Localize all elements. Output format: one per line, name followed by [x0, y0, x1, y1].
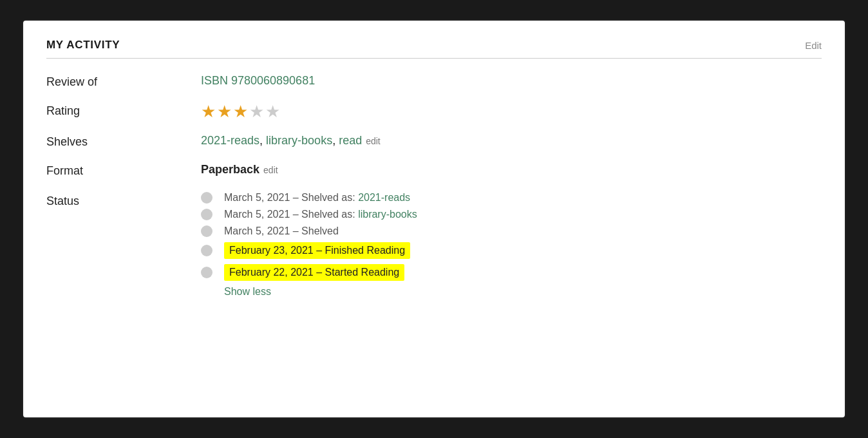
timeline-dot-2 — [201, 225, 212, 237]
shelf-2-link[interactable]: library-books — [266, 134, 332, 147]
timeline-dot-4 — [201, 267, 212, 278]
timeline: March 5, 2021 – Shelved as: 2021-reads M… — [201, 192, 822, 298]
timeline-item-1: March 5, 2021 – Shelved as: library-book… — [201, 209, 822, 220]
show-less-link[interactable]: Show less — [224, 286, 271, 297]
timeline-text-prefix-0: March 5, 2021 – Shelved as: — [224, 192, 358, 203]
timeline-text-2: March 5, 2021 – Shelved — [224, 225, 339, 237]
shelf-separator-1: , — [259, 134, 266, 147]
timeline-dot-0 — [201, 192, 212, 204]
format-row: Format Paperbackedit — [46, 163, 822, 178]
review-value: ISBN 9780060890681 — [201, 74, 822, 88]
timeline-item-4: February 22, 2021 – Started Reading — [201, 264, 822, 281]
format-text: Paperback — [201, 163, 259, 176]
timeline-item-2: March 5, 2021 – Shelved — [201, 225, 822, 237]
card-header: MY ACTIVITY Edit — [46, 39, 822, 52]
show-less-container: Show less — [201, 286, 822, 298]
review-label: Review of — [46, 74, 201, 89]
shelf-3-link[interactable]: read — [339, 134, 362, 147]
timeline-item-0: March 5, 2021 – Shelved as: 2021-reads — [201, 192, 822, 204]
timeline-text-3: February 23, 2021 – Finished Reading — [224, 242, 410, 259]
timeline-text-1: March 5, 2021 – Shelved as: library-book… — [224, 209, 417, 220]
shelves-edit-link[interactable]: edit — [366, 136, 381, 146]
shelves-label: Shelves — [46, 134, 201, 149]
timeline-dot-1 — [201, 209, 212, 220]
timeline-dot-3 — [201, 245, 212, 256]
shelf-separator-2: , — [332, 134, 339, 147]
shelves-row: Shelves 2021-reads, library-books, reade… — [46, 134, 822, 149]
timeline-item-3: February 23, 2021 – Finished Reading — [201, 242, 822, 259]
star-1[interactable]: ★ — [201, 103, 216, 120]
rating-label: Rating — [46, 103, 201, 118]
format-value: Paperbackedit — [201, 163, 822, 176]
card-title: MY ACTIVITY — [46, 39, 120, 52]
shelves-value: 2021-reads, library-books, readedit — [201, 134, 822, 148]
timeline-link-1[interactable]: library-books — [358, 209, 417, 220]
edit-link[interactable]: Edit — [805, 40, 822, 51]
rating-stars[interactable]: ★ ★ ★ ★ ★ — [201, 103, 822, 120]
timeline-text-prefix-1: March 5, 2021 – Shelved as: — [224, 209, 358, 220]
shelf-1-link[interactable]: 2021-reads — [201, 134, 259, 147]
activity-card: MY ACTIVITY Edit Review of ISBN 97800608… — [22, 19, 846, 419]
status-row: Status March 5, 2021 – Shelved as: 2021-… — [46, 192, 822, 298]
timeline-text-0: March 5, 2021 – Shelved as: 2021-reads — [224, 192, 410, 204]
star-2[interactable]: ★ — [217, 103, 232, 120]
star-4[interactable]: ★ — [249, 103, 264, 120]
timeline-text-4: February 22, 2021 – Started Reading — [224, 264, 404, 281]
star-5[interactable]: ★ — [265, 103, 280, 120]
timeline-link-0[interactable]: 2021-reads — [358, 192, 410, 203]
format-edit-link[interactable]: edit — [263, 165, 278, 175]
star-3[interactable]: ★ — [233, 103, 248, 120]
format-label: Format — [46, 163, 201, 178]
status-label: Status — [46, 192, 201, 208]
header-divider — [46, 58, 822, 59]
rating-row: Rating ★ ★ ★ ★ ★ — [46, 103, 822, 120]
review-row: Review of ISBN 9780060890681 — [46, 74, 822, 89]
isbn-link[interactable]: ISBN 9780060890681 — [201, 74, 315, 87]
